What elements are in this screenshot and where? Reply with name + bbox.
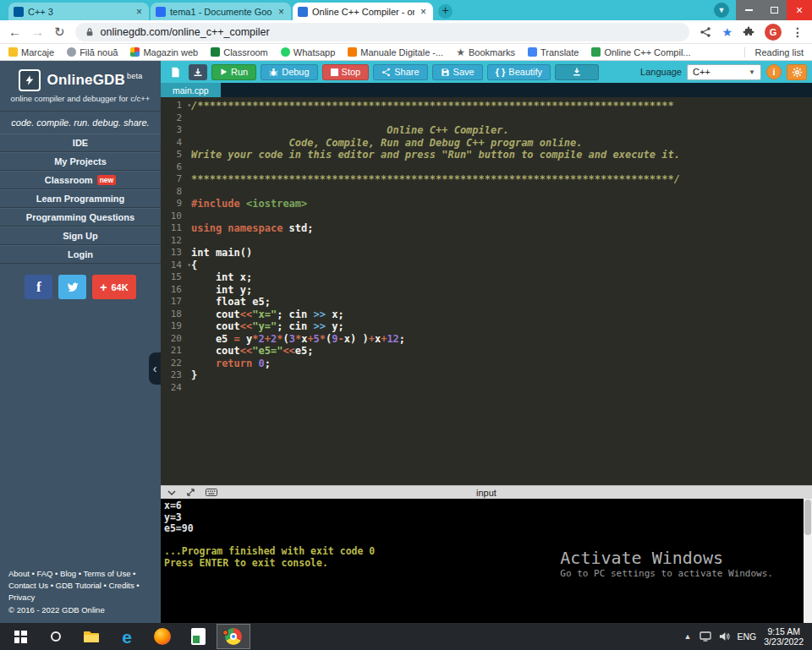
language-select[interactable]: C++ ▼ (687, 64, 761, 80)
code-line[interactable]: 14▾{ (161, 259, 812, 272)
browser-tab-cpp[interactable]: C++ 3 × (8, 3, 149, 20)
browser-tab-docs[interactable]: tema1 - Documente Google × (151, 3, 291, 20)
sidebar-item-programming-questions[interactable]: Programming Questions (0, 208, 161, 227)
console-scrollbar[interactable] (804, 499, 812, 623)
taskbar-clock[interactable]: 9:15 AM 3/23/2022 (764, 626, 804, 647)
browser-menu-icon[interactable]: ⋮ (792, 25, 804, 39)
code-line[interactable]: 1▾/*************************************… (161, 100, 812, 112)
code-line[interactable]: 22 return 0; (161, 358, 812, 370)
file-tab-maincpp[interactable]: main.cpp (161, 83, 221, 97)
code-line[interactable]: 7***************************************… (161, 173, 812, 186)
code-line[interactable]: 23} (161, 369, 812, 382)
bookmark-marcaje[interactable]: Marcaje (8, 47, 54, 57)
code-line[interactable]: 8 (161, 186, 812, 199)
stop-button[interactable]: Stop (322, 64, 370, 80)
bookmark-star-icon[interactable]: ★ (721, 25, 732, 39)
profile-avatar[interactable]: G (765, 24, 782, 41)
code-line[interactable]: 24 (161, 382, 812, 395)
new-tab-button[interactable]: + (438, 4, 453, 19)
back-button[interactable]: ← (8, 25, 21, 38)
code-line[interactable]: 9#include <iostream> (161, 198, 812, 210)
code-line[interactable]: 4 Code, Compile, Run and Debug C++ progr… (161, 137, 812, 150)
forward-button[interactable]: → (31, 25, 44, 38)
code-line[interactable]: 10 (161, 210, 812, 223)
bookmark-translate[interactable]: Translate (528, 47, 579, 57)
sidebar-item-login[interactable]: Login (0, 245, 161, 264)
addthis-share-button[interactable]: +64K (92, 275, 135, 299)
firefox-button[interactable] (145, 624, 179, 649)
bookmark-fila-noua[interactable]: Filă nouă (67, 47, 118, 57)
tray-show-hidden-icons[interactable]: ▲ (684, 632, 692, 641)
code-line[interactable]: 5Write your code in this editor and pres… (161, 149, 812, 161)
browser-tab-onlinegdb[interactable]: Online C++ Compiler - online ed × (293, 3, 433, 20)
share-icon[interactable] (700, 26, 711, 38)
share-button[interactable]: Share (373, 64, 427, 80)
code-line[interactable]: 6 (161, 161, 812, 174)
code-line[interactable]: 17 float e5; (161, 296, 812, 309)
console-terminal[interactable]: x=6y=3e5=90 ...Program finished with exi… (161, 499, 812, 623)
new-file-button[interactable] (166, 64, 184, 80)
close-button[interactable]: × (787, 0, 812, 20)
bookmark-manuale[interactable]: Manuale Digitale -... (348, 47, 443, 57)
info-button[interactable]: i (766, 64, 782, 79)
code-line[interactable]: 12 (161, 235, 812, 248)
edge-button[interactable]: e (110, 624, 144, 649)
tab-close-icon[interactable]: × (419, 6, 428, 18)
code-line[interactable]: 2 (161, 112, 812, 125)
console-expand-icon[interactable] (186, 488, 195, 497)
code-line[interactable]: 3 Online C++ Compiler. (161, 124, 812, 137)
bookmark-label: Online C++ Compil... (604, 47, 690, 57)
scrollbar-thumb[interactable] (804, 500, 811, 535)
volume-icon[interactable] (719, 631, 730, 642)
bookmark-onlinegdb[interactable]: Online C++ Compil... (591, 47, 690, 57)
extensions-icon[interactable] (743, 26, 754, 38)
code-line[interactable]: 18 cout<<"x="; cin >> x; (161, 309, 812, 321)
code-line[interactable]: 16 int y; (161, 284, 812, 297)
maximize-button[interactable] (761, 0, 787, 20)
code-line[interactable]: 11using namespace std; (161, 222, 812, 235)
sidebar-item-my-projects[interactable]: My Projects (0, 152, 161, 171)
sidebar-item-ide[interactable]: IDE (0, 134, 161, 152)
spreadsheet-button[interactable] (181, 624, 215, 649)
code-editor[interactable]: 1▾/*************************************… (161, 97, 812, 485)
sidebar-item-classroom[interactable]: Classroomnew (0, 171, 161, 189)
start-button[interactable] (3, 624, 37, 649)
display-icon[interactable] (700, 631, 711, 642)
code-line[interactable]: 13int main() (161, 247, 812, 259)
chrome-button[interactable] (217, 624, 250, 649)
minimize-button[interactable] (736, 0, 761, 20)
code-line[interactable]: 15 int x; (161, 271, 812, 284)
keyboard-language[interactable]: ENG (738, 631, 757, 642)
sidebar-item-sign-up[interactable]: Sign Up (0, 227, 161, 245)
save-button[interactable]: Save (432, 64, 483, 80)
open-project-button[interactable] (189, 64, 207, 80)
run-button[interactable]: Run (211, 64, 256, 80)
tab-close-icon[interactable]: × (277, 6, 286, 18)
keyboard-icon[interactable] (206, 489, 217, 496)
bookmark-bookmarks[interactable]: ★Bookmarks (456, 47, 515, 57)
footer-links[interactable]: About • FAQ • Blog • Terms of Use • Cont… (8, 568, 152, 604)
url-bar[interactable]: onlinegdb.com/online_c++_compiler (75, 23, 690, 41)
bookmark-classroom[interactable]: Classroom (211, 47, 268, 57)
search-button[interactable] (39, 624, 73, 649)
beautify-button[interactable]: { } Beautify (487, 64, 551, 80)
settings-button[interactable] (787, 64, 807, 80)
bookmark-magazin-web[interactable]: Magazin web (130, 47, 198, 57)
download-button[interactable] (555, 64, 599, 80)
debug-button[interactable]: Debug (261, 64, 317, 80)
reload-button[interactable]: ↻ (54, 25, 65, 38)
twitter-button[interactable] (58, 275, 86, 299)
sidebar-collapse-button[interactable]: ‹ (149, 352, 161, 385)
tab-search-button[interactable]: ▼ (714, 3, 729, 18)
facebook-button[interactable]: f (25, 275, 52, 299)
file-explorer-button[interactable] (74, 624, 108, 649)
bookmark-whatsapp[interactable]: Whatsapp (281, 47, 336, 57)
code-line[interactable]: 21 cout<<"e5="<<e5; (161, 345, 812, 358)
tab-close-icon[interactable]: × (134, 6, 144, 18)
reading-list-button[interactable]: Reading list (744, 47, 804, 57)
code-line[interactable]: 20 e5 = y*2+2*(3*x+5*(9-x) )+x+12; (161, 333, 812, 346)
code-line[interactable]: 19 cout<<"y="; cin >> y; (161, 320, 812, 333)
sidebar-item-learn-programming[interactable]: Learn Programming (0, 189, 161, 208)
brand-header[interactable]: OnlineGDBbeta (0, 61, 161, 94)
console-collapse-icon[interactable] (167, 490, 176, 495)
